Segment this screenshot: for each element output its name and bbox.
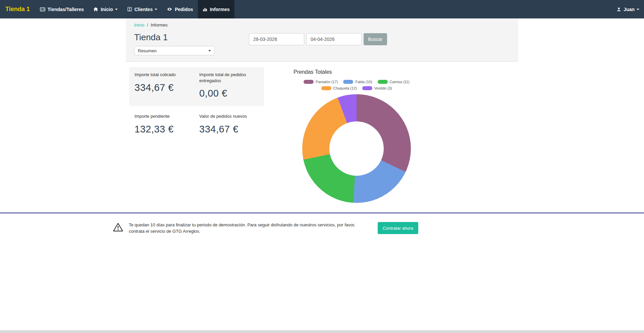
user-menu[interactable]: Juan — [612, 0, 644, 18]
horizontal-scrollbar[interactable] — [0, 330, 644, 333]
chart-section: Prendas Totales Pantalón (17) Falda (10)… — [293, 67, 420, 207]
search-button[interactable]: Buscar — [364, 33, 387, 45]
legend-label: Falda (10) — [355, 80, 372, 84]
date-from-input[interactable] — [249, 33, 304, 45]
trial-banner-content: Te quedan 10 días para finalizar tu peri… — [113, 222, 418, 235]
legend-item-pantalon[interactable]: Pantalón (17) — [304, 80, 338, 84]
nav-item-pedidos[interactable]: Pedidos — [162, 0, 198, 18]
stat-label: Importe pendiente — [135, 113, 194, 119]
stat-label: Importe total cobrado — [135, 72, 194, 78]
nav-item-inicio[interactable]: Inicio — [89, 0, 122, 18]
legend-label: Pantalón (17) — [316, 80, 338, 84]
legend-row: Pantalón (17) Falda (10) Camisa (11) — [293, 80, 420, 84]
clients-icon — [127, 7, 132, 12]
stats-secondary-row: Importe pendiente 132,33 € Valor de pedi… — [129, 109, 264, 140]
nav-item-tiendas-talleres[interactable]: Tiendas/Talleres — [35, 0, 89, 18]
stat-value: 132,33 € — [135, 124, 194, 135]
warning-triangle-icon — [113, 223, 123, 232]
legend-label: Chaqueta (12) — [333, 86, 357, 90]
stat-valor-pedidos-nuevos: Valor de pedidos nuevos 334,67 € — [199, 113, 259, 135]
report-body: Importe total cobrado 334,67 € Importe t… — [126, 62, 518, 213]
nav-item-label: Clientes — [135, 7, 153, 12]
legend-swatch — [343, 80, 353, 84]
contract-now-button[interactable]: Contratar ahora — [378, 222, 418, 234]
brand-logo[interactable]: Tienda 1 — [0, 0, 35, 18]
page-title: Tienda 1 — [134, 32, 249, 43]
select-value: Resumen — [138, 48, 157, 53]
id-card-icon — [40, 7, 45, 12]
report-header: Inicio / Informes Tienda 1 Resumen Busca… — [126, 18, 518, 62]
breadcrumb-home-link[interactable]: Inicio — [134, 22, 144, 27]
legend-row: Chaqueta (12) Vestido (3) — [293, 86, 420, 90]
stat-label: Importe total de pedidos entregados — [199, 72, 259, 84]
report-type-select[interactable]: Resumen — [134, 46, 215, 55]
nav-item-label: Tiendas/Talleres — [48, 7, 84, 12]
chevron-down-icon — [208, 50, 211, 52]
home-icon — [93, 7, 98, 12]
nav-item-label: Inicio — [101, 7, 113, 12]
legend-item-vestido[interactable]: Vestido (3) — [362, 86, 392, 90]
breadcrumb: Inicio / Informes — [134, 22, 510, 27]
stat-value: 334,67 € — [135, 82, 194, 93]
legend-swatch — [304, 80, 314, 84]
caret-down-icon — [637, 9, 639, 10]
chart-title: Prendas Totales — [293, 69, 420, 75]
stat-label: Valor de pedidos nuevos — [199, 113, 259, 119]
bar-chart-icon — [203, 7, 208, 12]
stats-primary-box: Importe total cobrado 334,67 € Importe t… — [129, 67, 264, 106]
breadcrumb-separator: / — [147, 22, 148, 27]
legend-item-chaqueta[interactable]: Chaqueta (12) — [321, 86, 357, 90]
donut-chart[interactable] — [302, 94, 411, 203]
date-filter-form: Buscar — [249, 33, 387, 45]
chart-legend: Pantalón (17) Falda (10) Camisa (11) Cha… — [293, 80, 420, 90]
donut-hole — [329, 121, 384, 176]
nav-item-label: Informes — [210, 7, 230, 12]
legend-swatch — [362, 86, 372, 90]
user-name: Juan — [624, 7, 635, 12]
trial-message: Te quedan 10 días para finalizar tu peri… — [129, 222, 372, 235]
nav-item-informes[interactable]: Informes — [198, 0, 234, 18]
caret-down-icon — [115, 9, 118, 10]
stat-pedidos-entregados: Importe total de pedidos entregados 0,00… — [199, 72, 259, 100]
stat-importe-total-cobrado: Importe total cobrado 334,67 € — [135, 72, 194, 100]
nav-item-label: Pedidos — [175, 7, 193, 12]
stat-value: 334,67 € — [199, 124, 259, 135]
nav-item-clientes[interactable]: Clientes — [122, 0, 162, 18]
user-icon — [616, 7, 621, 12]
stats-section: Importe total cobrado 334,67 € Importe t… — [129, 67, 264, 207]
legend-item-falda[interactable]: Falda (10) — [343, 80, 372, 84]
trial-banner: Te quedan 10 días para finalizar tu peri… — [0, 213, 644, 245]
legend-swatch — [321, 86, 331, 90]
legend-swatch — [378, 80, 388, 84]
main-container: Inicio / Informes Tienda 1 Resumen Busca… — [126, 18, 518, 213]
date-to-input[interactable] — [306, 33, 362, 45]
legend-item-camisa[interactable]: Camisa (11) — [378, 80, 410, 84]
breadcrumb-current: Informes — [151, 22, 168, 27]
eye-icon — [167, 7, 172, 12]
stat-importe-pendiente: Importe pendiente 132,33 € — [135, 113, 194, 135]
caret-down-icon — [155, 9, 157, 10]
stat-value: 0,00 € — [199, 88, 259, 99]
legend-label: Vestido (3) — [374, 86, 392, 90]
legend-label: Camisa (11) — [390, 80, 410, 84]
top-navbar: Tienda 1 Tiendas/Talleres Inicio Cliente… — [0, 0, 644, 18]
